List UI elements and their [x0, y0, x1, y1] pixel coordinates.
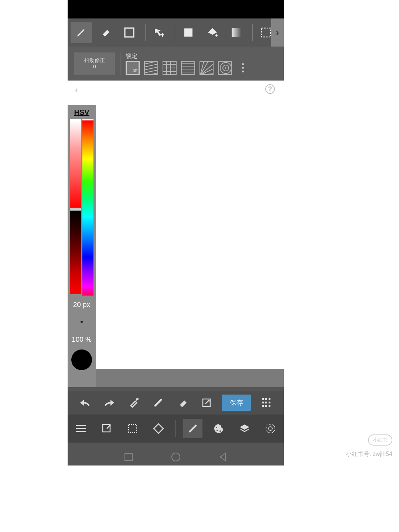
tool-options-bar: 抖动修正 0 锁定 off — [68, 47, 284, 81]
eraser-tool[interactable] — [95, 22, 116, 43]
chevron-right-icon: › — [276, 27, 279, 38]
rotate-button[interactable] — [149, 419, 168, 438]
status-bar — [68, 0, 284, 18]
svg-point-2 — [215, 34, 218, 37]
jitter-correction-button[interactable]: 抖动修正 0 — [74, 52, 115, 75]
svg-rect-50 — [125, 453, 132, 461]
svg-rect-30 — [262, 398, 264, 400]
svg-line-8 — [145, 70, 157, 73]
lock-grid[interactable] — [163, 61, 177, 75]
system-nav — [68, 447, 284, 467]
lock-radial-lines[interactable] — [200, 61, 214, 75]
opacity-label[interactable]: 100 % — [72, 335, 92, 344]
svg-point-51 — [172, 453, 180, 461]
brush-tool[interactable] — [71, 22, 92, 43]
svg-point-45 — [216, 427, 217, 428]
move-tool[interactable] — [148, 22, 170, 43]
svg-line-5 — [145, 61, 157, 64]
toolbar-scroll-right[interactable]: › — [271, 18, 284, 47]
lock-horizontal[interactable] — [181, 61, 195, 75]
system-home[interactable] — [171, 452, 181, 462]
action-bar: 保存 — [68, 391, 284, 415]
hue-slider[interactable] — [82, 119, 93, 296]
jitter-label: 抖动修正 — [84, 57, 105, 64]
svg-line-7 — [145, 67, 157, 70]
help-button[interactable]: ? — [265, 84, 275, 94]
settings-nav[interactable] — [261, 419, 280, 438]
palette-nav[interactable] — [209, 419, 228, 438]
svg-point-27 — [225, 67, 226, 69]
eraser-button[interactable] — [173, 394, 191, 412]
lock-radial-circle[interactable] — [218, 61, 232, 75]
canvas[interactable] — [68, 81, 284, 369]
svg-line-6 — [145, 64, 157, 67]
shape-tool[interactable] — [119, 22, 140, 43]
watermark-text: 小红书号: zwjlh54 — [346, 450, 392, 458]
svg-rect-35 — [269, 402, 270, 403]
canvas-footer — [68, 369, 284, 387]
lock-off-button[interactable]: off — [126, 61, 140, 75]
brush-size-label[interactable]: 20 px — [73, 301, 90, 309]
color-panel: HSV 20 px 100 % — [68, 105, 96, 387]
svg-rect-4 — [262, 28, 270, 37]
svg-point-28 — [136, 398, 139, 400]
grid-menu-button[interactable] — [258, 394, 275, 412]
svg-rect-0 — [125, 28, 134, 37]
svg-rect-1 — [184, 28, 192, 37]
selection-nav[interactable] — [123, 419, 142, 438]
eyedropper-button[interactable] — [125, 394, 143, 412]
svg-line-9 — [145, 73, 157, 75]
svg-point-48 — [266, 424, 275, 433]
current-color-swatch[interactable] — [71, 349, 92, 370]
toolbar-separator — [252, 24, 253, 41]
svg-rect-37 — [265, 405, 267, 407]
watermark-pill: 小红书 — [368, 434, 392, 446]
svg-line-20 — [200, 61, 204, 75]
svg-rect-32 — [269, 398, 270, 400]
brush-button[interactable] — [149, 394, 167, 412]
bucket-tool[interactable] — [202, 22, 223, 43]
svg-rect-34 — [265, 402, 267, 403]
saturation-slider[interactable] — [70, 119, 81, 208]
svg-rect-44 — [154, 424, 163, 433]
redo-button[interactable] — [100, 394, 118, 412]
system-back[interactable] — [218, 452, 228, 462]
undo-button[interactable] — [76, 394, 94, 412]
color-mode-label[interactable]: HSV — [74, 108, 89, 117]
svg-rect-33 — [262, 402, 264, 403]
svg-point-47 — [219, 430, 221, 432]
system-recent[interactable] — [123, 452, 134, 462]
lock-pattern-1[interactable] — [144, 61, 158, 75]
lock-label: 锁定 — [126, 52, 248, 60]
brush-nav[interactable] — [183, 419, 202, 438]
more-options[interactable] — [238, 63, 248, 72]
save-button[interactable]: 保存 — [222, 395, 251, 411]
fill-tool[interactable] — [178, 22, 199, 43]
layers-nav[interactable] — [235, 419, 254, 438]
svg-rect-38 — [269, 405, 270, 407]
tool-toolbar — [68, 18, 284, 47]
nav-separator — [175, 420, 176, 437]
fullscreen-button[interactable] — [198, 394, 215, 412]
edit-button[interactable] — [97, 419, 116, 438]
svg-rect-36 — [262, 405, 264, 407]
gradient-tool[interactable] — [226, 22, 247, 43]
svg-rect-43 — [129, 424, 137, 433]
svg-rect-31 — [265, 398, 267, 400]
back-chevron[interactable]: ‹ — [75, 84, 78, 96]
bottom-nav — [68, 415, 284, 443]
toolbar-separator — [145, 24, 146, 41]
value-slider[interactable] — [70, 208, 81, 294]
svg-rect-3 — [232, 28, 241, 37]
options-separator — [120, 52, 120, 75]
jitter-value: 0 — [93, 64, 96, 70]
brush-preview-dot — [81, 321, 83, 323]
svg-point-46 — [216, 430, 218, 431]
toolbar-separator — [175, 24, 175, 41]
menu-button[interactable] — [71, 419, 91, 438]
app-frame: › 抖动修正 0 锁定 off ‹ ? HSV — [68, 0, 284, 466]
svg-point-49 — [269, 427, 272, 430]
